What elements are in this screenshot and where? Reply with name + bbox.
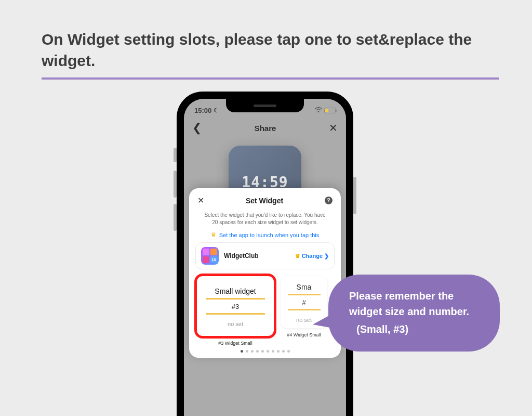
crown-icon: ♛: [211, 231, 216, 238]
launch-app-link-label: Set the app to launch when you tap this: [219, 232, 320, 238]
wifi-icon: [315, 107, 322, 114]
change-app-button[interactable]: ♛ Change ❯: [295, 253, 329, 259]
app-launch-row: 15 WidgetClub ♛ Change ❯: [195, 242, 335, 269]
slot-caption: #3 Widget Small: [218, 341, 252, 346]
page-indicator[interactable]: [195, 350, 335, 353]
modal-close-button[interactable]: ✕: [197, 196, 204, 205]
phone-frame: 15:00 ☾ ❮ Share ✕ 14:59 ✕ Set Widget: [177, 92, 353, 416]
launch-app-link[interactable]: ♛ Set the app to launch when you tap thi…: [195, 231, 335, 238]
nav-title: Share: [255, 124, 276, 133]
slot-title: Sma: [297, 283, 312, 291]
dnd-icon: ☾: [214, 107, 219, 114]
widget-slots-row: Small widget #3 no set #3 Widget Small S…: [195, 276, 335, 346]
battery-icon: [324, 108, 336, 113]
slot-caption: #4 Widget Small: [287, 332, 321, 337]
modal-title: Set Widget: [246, 197, 283, 205]
phone-screen: 15:00 ☾ ❮ Share ✕ 14:59 ✕ Set Widget: [184, 99, 346, 416]
side-button: [174, 148, 177, 162]
nav-bar: ❮ Share ✕: [184, 118, 346, 138]
slot-number: #: [302, 298, 305, 306]
nav-close-button[interactable]: ✕: [329, 122, 338, 134]
back-button[interactable]: ❮: [192, 121, 202, 135]
slot-noset-label: no set: [228, 321, 243, 327]
set-widget-modal: ✕ Set Widget ? Select the widget that yo…: [189, 188, 341, 358]
widgetclub-app-icon: 15: [201, 247, 219, 265]
power-button: [353, 177, 356, 214]
app-name-label: WidgetClub: [224, 252, 290, 259]
widget-slot-3[interactable]: Small widget #3 no set: [196, 276, 274, 336]
slot-divider: [288, 294, 321, 295]
phone-notch: [226, 99, 304, 112]
chevron-right-icon: ❯: [324, 253, 329, 259]
page-heading: On Widget setting slots, please tap one …: [42, 29, 499, 71]
heading-underline: [42, 77, 499, 80]
crown-icon: ♛: [295, 253, 300, 259]
annotation-callout: Please remember the widget size and numb…: [328, 275, 500, 352]
callout-line1: Please remember the widget size and numb…: [349, 288, 483, 319]
help-icon[interactable]: ?: [325, 197, 332, 204]
slot-title: Small widget: [215, 287, 256, 295]
slot-divider: [288, 309, 321, 310]
volume-up-button: [174, 171, 177, 198]
callout-line2: (Small, #3): [349, 321, 483, 337]
slot-number: #3: [232, 303, 239, 310]
app-icon-badge: 15: [210, 256, 217, 263]
change-label: Change: [302, 253, 323, 259]
volume-down-button: [174, 204, 177, 231]
modal-description: Select the widget that you'd like to rep…: [195, 212, 335, 226]
status-time: 15:00: [194, 107, 211, 114]
slot-noset-label: no set: [296, 317, 312, 323]
slot-divider: [206, 313, 264, 315]
slot-divider: [206, 298, 264, 300]
